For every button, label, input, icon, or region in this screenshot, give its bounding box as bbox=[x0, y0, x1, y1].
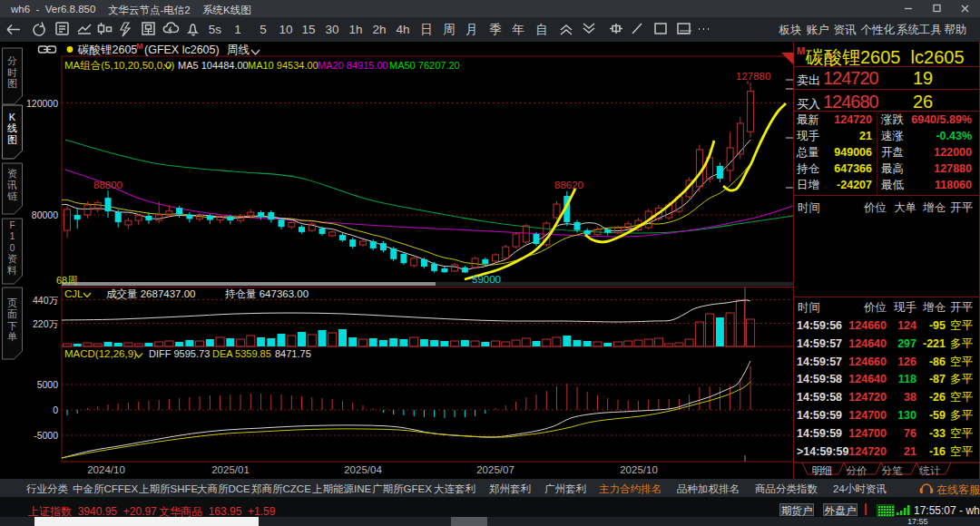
svg-text:5000: 5000 bbox=[37, 379, 59, 390]
svg-text:2025/10: 2025/10 bbox=[620, 464, 658, 475]
svg-text:120000: 120000 bbox=[26, 98, 58, 109]
svg-text:料: 料 bbox=[6, 265, 17, 276]
svg-text:明细: 明细 bbox=[812, 465, 833, 476]
svg-text:成交量 2687437.00: 成交量 2687437.00 bbox=[106, 288, 195, 299]
svg-text:2025/04: 2025/04 bbox=[344, 464, 382, 475]
svg-text:单: 单 bbox=[7, 331, 17, 342]
svg-text:440万: 440万 bbox=[33, 295, 59, 306]
svg-text:88800: 88800 bbox=[93, 180, 122, 190]
svg-text:15: 15 bbox=[301, 23, 315, 36]
svg-text:M: M bbox=[136, 42, 143, 51]
svg-text:1h: 1h bbox=[348, 23, 362, 36]
svg-text:资: 资 bbox=[7, 253, 17, 264]
svg-text:K: K bbox=[9, 112, 16, 122]
svg-text:MA50 76207.20: MA50 76207.20 bbox=[389, 60, 460, 71]
svg-text:个性化: 个性化 bbox=[860, 24, 895, 36]
svg-text:2025/01: 2025/01 bbox=[211, 464, 250, 475]
svg-text:年: 年 bbox=[512, 23, 524, 36]
svg-text:10: 10 bbox=[279, 23, 292, 36]
svg-text:2h: 2h bbox=[372, 23, 386, 36]
svg-text:面: 面 bbox=[7, 308, 17, 319]
svg-text:碳酸锂2605: 碳酸锂2605 bbox=[77, 44, 137, 56]
svg-text:DEA 5359.85: DEA 5359.85 bbox=[212, 348, 271, 359]
svg-text:F: F bbox=[9, 220, 15, 230]
svg-text:分: 分 bbox=[7, 55, 17, 66]
svg-text:4h: 4h bbox=[396, 23, 409, 36]
svg-text:2024/10: 2024/10 bbox=[87, 464, 125, 475]
svg-text:220万: 220万 bbox=[33, 318, 59, 329]
svg-text:68周: 68周 bbox=[56, 275, 77, 286]
svg-text:账户: 账户 bbox=[807, 24, 829, 36]
svg-text:2025/07: 2025/07 bbox=[476, 464, 514, 475]
svg-text:资: 资 bbox=[7, 168, 17, 179]
svg-text:持仓量 647363.00: 持仓量 647363.00 bbox=[224, 288, 309, 299]
svg-text:MA组合(5,10,20,50,0,0): MA组合(5,10,20,50,0,0) bbox=[64, 60, 175, 71]
svg-text:MA5 104484.00: MA5 104484.00 bbox=[178, 60, 249, 71]
svg-text:80000: 80000 bbox=[32, 209, 58, 220]
svg-text:5s: 5s bbox=[209, 23, 222, 36]
svg-text:CJL: CJL bbox=[64, 288, 83, 299]
svg-text:讯: 讯 bbox=[6, 180, 17, 190]
svg-text:-5000: -5000 bbox=[34, 430, 58, 441]
svg-text:帮助: 帮助 bbox=[945, 24, 967, 36]
svg-text:88620: 88620 bbox=[554, 180, 583, 190]
svg-text:板块: 板块 bbox=[779, 24, 802, 36]
svg-text:统计: 统计 bbox=[919, 465, 942, 476]
svg-text:1: 1 bbox=[234, 23, 241, 36]
svg-text:下: 下 bbox=[7, 320, 17, 331]
svg-text:1: 1 bbox=[10, 231, 15, 241]
svg-text:8471.75: 8471.75 bbox=[275, 348, 311, 359]
svg-text:自: 自 bbox=[535, 23, 548, 36]
svg-text:分笔: 分笔 bbox=[882, 465, 904, 476]
svg-text:30: 30 bbox=[325, 23, 338, 36]
svg-text:MA10 94534.00: MA10 94534.00 bbox=[248, 60, 318, 71]
svg-text:5: 5 bbox=[260, 23, 267, 36]
svg-text:资讯: 资讯 bbox=[834, 24, 858, 36]
svg-text:周: 周 bbox=[443, 23, 456, 36]
svg-text:59000: 59000 bbox=[472, 274, 501, 285]
svg-text:月: 月 bbox=[466, 23, 478, 36]
svg-text:链: 链 bbox=[7, 190, 17, 201]
svg-text:分价: 分价 bbox=[847, 465, 868, 476]
svg-text:0: 0 bbox=[10, 243, 15, 253]
svg-text:系统工具: 系统工具 bbox=[897, 24, 942, 36]
svg-text:时: 时 bbox=[7, 67, 17, 78]
svg-text:日: 日 bbox=[420, 23, 433, 36]
svg-text:DIFF 9595.73: DIFF 9595.73 bbox=[149, 348, 210, 359]
svg-text:线: 线 bbox=[7, 122, 17, 133]
svg-text:图: 图 bbox=[7, 134, 17, 145]
svg-text:(GFEX lc2605): (GFEX lc2605) bbox=[144, 44, 220, 56]
svg-text:周线: 周线 bbox=[227, 44, 250, 56]
svg-text:MA20 84915.00: MA20 84915.00 bbox=[318, 60, 388, 71]
svg-text:MACD(12,26,9): MACD(12,26,9) bbox=[64, 348, 137, 359]
svg-text:127880: 127880 bbox=[736, 71, 770, 82]
svg-text:页: 页 bbox=[7, 297, 17, 308]
svg-text:季: 季 bbox=[489, 23, 502, 36]
svg-text:图: 图 bbox=[7, 78, 17, 89]
svg-text:0: 0 bbox=[53, 404, 58, 415]
